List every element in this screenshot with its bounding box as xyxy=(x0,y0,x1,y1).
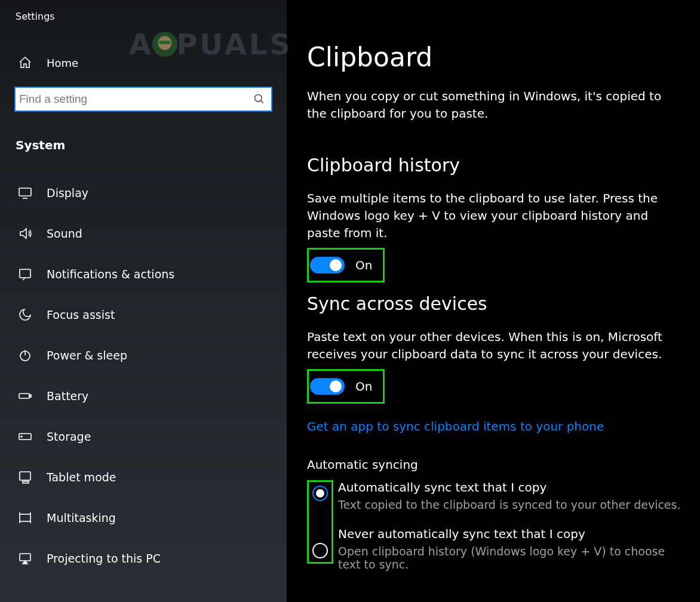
notifications-icon xyxy=(18,267,32,281)
nav-item-multitasking[interactable]: Multitasking xyxy=(0,497,287,538)
nav-label: Display xyxy=(47,186,88,199)
nav-label: Tablet mode xyxy=(47,471,116,484)
svg-rect-11 xyxy=(30,395,31,397)
projecting-icon xyxy=(18,551,32,566)
svg-rect-5 xyxy=(19,188,31,196)
sync-toggle[interactable] xyxy=(310,378,345,395)
nav-label: Notifications & actions xyxy=(47,268,174,281)
highlight-radio-column xyxy=(307,480,333,564)
svg-rect-14 xyxy=(20,472,30,480)
section-title-sync: Sync across devices xyxy=(307,293,682,314)
section-title-history: Clipboard history xyxy=(307,155,682,176)
nav-item-projecting[interactable]: Projecting to this PC xyxy=(0,538,287,579)
radio-option-never[interactable]: Never automatically sync text that I cop… xyxy=(338,527,682,571)
svg-rect-21 xyxy=(20,554,30,561)
nav-label: Battery xyxy=(47,389,88,403)
nav-item-tablet[interactable]: Tablet mode xyxy=(0,457,287,497)
nav-list: Display Sound Notifications & actions Fo… xyxy=(0,173,287,579)
power-icon xyxy=(18,348,32,363)
sound-icon xyxy=(18,226,32,241)
radio-option-auto[interactable]: Automatically sync text that I copy Text… xyxy=(338,480,682,511)
svg-line-4 xyxy=(261,101,263,103)
nav-label: Projecting to this PC xyxy=(47,552,161,565)
highlight-sync-toggle: On xyxy=(307,369,385,404)
radio-desc: Open clipboard history (Windows logo key… xyxy=(338,545,682,571)
radio-label: Never automatically sync text that I cop… xyxy=(338,527,682,541)
svg-rect-10 xyxy=(19,394,29,398)
tablet-icon xyxy=(18,470,32,484)
search-input[interactable] xyxy=(19,93,253,106)
search-icon xyxy=(253,93,265,105)
highlight-history-toggle: On xyxy=(307,248,385,282)
toggle-knob xyxy=(330,380,342,392)
history-toggle[interactable] xyxy=(310,257,345,274)
nav-label: Sound xyxy=(47,227,82,240)
page-lead: When you copy or cut something in Window… xyxy=(307,88,682,122)
nav-item-notifications[interactable]: Notifications & actions xyxy=(0,254,287,294)
search-box[interactable] xyxy=(14,87,272,112)
nav-item-sound[interactable]: Sound xyxy=(0,213,287,254)
radio-label: Automatically sync text that I copy xyxy=(338,480,682,494)
page-title: Clipboard xyxy=(307,42,682,72)
nav-item-storage[interactable]: Storage xyxy=(0,416,287,457)
toggle-knob xyxy=(330,259,342,271)
auto-sync-subhead: Automatic syncing xyxy=(307,457,682,472)
history-toggle-state: On xyxy=(355,258,372,272)
category-title: System xyxy=(0,112,287,164)
radio-never-sync[interactable] xyxy=(312,543,328,558)
nav-item-battery[interactable]: Battery xyxy=(0,376,287,416)
sync-app-link[interactable]: Get an app to sync clipboard items to yo… xyxy=(307,419,604,434)
auto-sync-radio-group: Automatically sync text that I copy Text… xyxy=(307,480,682,571)
sync-toggle-state: On xyxy=(355,379,372,394)
radio-auto-sync[interactable] xyxy=(312,486,328,501)
storage-icon xyxy=(18,429,32,444)
nav-item-focus-assist[interactable]: Focus assist xyxy=(0,294,287,335)
svg-point-3 xyxy=(255,95,262,102)
display-icon xyxy=(18,186,32,200)
home-icon xyxy=(18,56,32,70)
battery-icon xyxy=(18,389,32,403)
app-title: Settings xyxy=(0,11,287,29)
nav-label: Storage xyxy=(47,430,91,443)
moon-icon xyxy=(18,308,32,322)
nav-label: Power & sleep xyxy=(47,349,127,362)
multitasking-icon xyxy=(18,511,32,525)
nav-home[interactable]: Home xyxy=(0,29,287,87)
svg-rect-7 xyxy=(20,269,30,278)
radio-desc: Text copied to the clipboard is synced t… xyxy=(338,498,682,511)
svg-rect-15 xyxy=(23,481,29,483)
search-container xyxy=(14,87,272,112)
svg-point-13 xyxy=(21,436,22,437)
nav-label: Multitasking xyxy=(47,511,116,524)
svg-rect-16 xyxy=(20,514,30,521)
history-desc: Save multiple items to the clipboard to … xyxy=(307,190,682,242)
nav-item-display[interactable]: Display xyxy=(0,173,287,213)
nav-home-label: Home xyxy=(47,57,78,69)
sync-desc: Paste text on your other devices. When t… xyxy=(307,328,682,363)
nav-item-power[interactable]: Power & sleep xyxy=(0,335,287,376)
sidebar: Settings A PUALS Home System Display xyxy=(0,0,287,602)
nav-label: Focus assist xyxy=(47,308,115,321)
main-content: Clipboard When you copy or cut something… xyxy=(287,0,700,602)
